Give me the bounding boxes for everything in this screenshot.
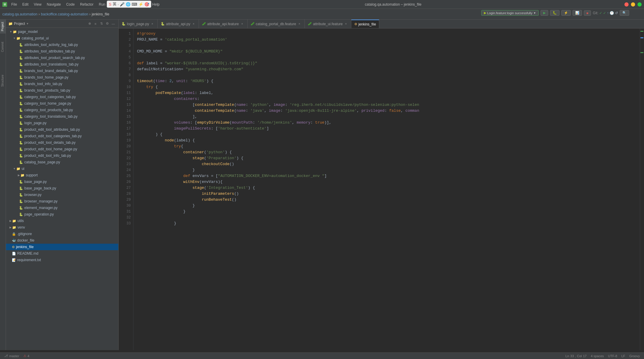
menu-view[interactable]: View xyxy=(31,2,44,7)
tree-item-page-model[interactable]: ▼ 📁 page_model xyxy=(6,28,118,35)
panel-tab-commit[interactable]: Commit xyxy=(0,39,6,54)
ime-keyboard[interactable]: ⌨ xyxy=(132,2,137,7)
tree-item-brands-info[interactable]: 🐍brands_tool_info_tab.py xyxy=(6,81,118,87)
panel-tab-project[interactable]: Project xyxy=(0,20,6,33)
status-encoding[interactable]: UTF-8 xyxy=(606,354,619,358)
tree-item-catalog-portal-ui[interactable]: ▼ 📁 catalog_portal_ui xyxy=(6,35,118,42)
tree-item-page-operation[interactable]: 🐍page_operation.py xyxy=(6,211,118,218)
tree-item-base-page[interactable]: 🐍base_page.py xyxy=(6,178,118,185)
tree-item-attributes-activity[interactable]: 🐍attributes_tool_activity_log_tab.py xyxy=(6,42,118,48)
support-label: support xyxy=(26,173,38,177)
tree-locate-btn[interactable]: ⊕ xyxy=(87,21,92,26)
code-line-4: CMD_MD_HOME = "mkdir ${BUILD_NUMBER}" xyxy=(137,49,640,55)
tab-close-attr-feature[interactable]: × xyxy=(240,22,244,26)
tree-item-login-page[interactable]: 🐍login_page.py xyxy=(6,120,118,126)
search-everywhere[interactable]: 🔍 xyxy=(620,10,629,16)
tab-close-attr-ui[interactable]: × xyxy=(344,22,348,26)
status-warnings[interactable]: ⚠ 4 xyxy=(22,354,31,358)
code-content[interactable]: #!groovy PROJ_NAME = 'catalog_portal_aut… xyxy=(133,28,640,350)
tree-item-category-trans[interactable]: 🐍category_tool_translations_tab.py xyxy=(6,113,118,120)
code-editor[interactable]: 1 2 3 4 5 6 7 8 9 10 11 12 13 14 15 16 1… xyxy=(119,28,644,350)
tree-item-category-home[interactable]: 🐍category_tool_home_page.py xyxy=(6,100,118,107)
tree-item-attributes-attrs[interactable]: 🐍attributes_tool_attributes_tab.py xyxy=(6,48,118,55)
panel-tab-structure-left[interactable]: Structure xyxy=(0,72,6,89)
run-config-arrow[interactable]: ▼ xyxy=(533,12,536,15)
tree-item-product-home[interactable]: 🐍product_edit_tool_home_page.py xyxy=(6,146,118,152)
debug-button[interactable]: 🐛 xyxy=(550,10,559,16)
tree-item-support[interactable]: ▶ 📁 support xyxy=(6,172,118,178)
tree-collapse-btn[interactable]: ≡ xyxy=(93,21,98,26)
breadcrumb-file[interactable]: jenkins_file xyxy=(92,12,109,16)
tree-item-product-details[interactable]: 🐍product_edit_tool_details_tab.py xyxy=(6,139,118,146)
tree-item-requirements[interactable]: 📝 requirement.txt xyxy=(6,257,118,263)
tree-item-venv[interactable]: ▶ 📁 venv xyxy=(6,224,118,231)
project-dropdown[interactable]: ▼ xyxy=(26,22,29,25)
menu-navigate[interactable]: Navigate xyxy=(44,2,63,7)
ime-settings[interactable]: ⚡ xyxy=(138,2,143,7)
tree-item-catalog-base[interactable]: 🐍catalog_base_page.py xyxy=(6,159,118,165)
status-git-branch[interactable]: ⎇ master xyxy=(2,354,21,358)
stop-button[interactable]: ■ xyxy=(584,10,591,16)
status-line-col[interactable]: Ln 33 , Col 17 xyxy=(564,354,588,358)
tab-attribute-feature[interactable]: 🥒 attribute_api.feature × xyxy=(199,20,248,28)
profile-button[interactable]: 📊 xyxy=(573,10,582,16)
tree-item-gitignore[interactable]: 🔒 .gitignore xyxy=(6,231,118,237)
tree-item-product-attrs[interactable]: 🐍product_edit_tool_attributes_tab.py xyxy=(6,126,118,133)
git-revert[interactable]: ↺ xyxy=(615,11,618,15)
tab-close-attr-api[interactable]: × xyxy=(192,22,196,26)
tree-item-brands-products[interactable]: 🐍brands_tool_products_tab.py xyxy=(6,87,118,94)
menu-file[interactable]: File xyxy=(9,2,19,7)
git-history[interactable]: 🕐 xyxy=(610,11,614,15)
status-file-type[interactable]: Groovy xyxy=(628,354,642,358)
tab-jenkins[interactable]: ⚙ jenkins_file xyxy=(351,20,379,28)
status-line-ending[interactable]: LF xyxy=(620,354,627,358)
tree-item-element-manager[interactable]: 🐍element_manager.py xyxy=(6,205,118,211)
ime-extra[interactable]: 🎯 xyxy=(144,2,149,7)
tree-item-ui[interactable]: ▼ 📁 ui xyxy=(6,165,118,172)
breadcrumb-module[interactable]: backoffice.catalog-automation xyxy=(41,12,88,16)
ime-lang[interactable]: 英 xyxy=(113,1,117,7)
menu-refactor[interactable]: Refactor xyxy=(78,2,96,7)
menu-run[interactable]: Run xyxy=(96,2,108,7)
ime-sep1: · xyxy=(118,2,119,7)
minimize-button[interactable] xyxy=(631,2,635,7)
tree-item-attributes-trans[interactable]: 🐍attributes_tool_translations_tab.py xyxy=(6,61,118,68)
menu-edit[interactable]: Edit xyxy=(20,2,31,7)
tab-attr-ui[interactable]: 🥒 attribute_ui.feature × xyxy=(305,20,351,28)
tree-minimize-btn[interactable]: — xyxy=(111,21,116,26)
ime-toolbar[interactable]: S 英 · 🎤 🌐 ⌨ ⚡ 🎯 xyxy=(107,1,151,8)
tree-item-brands-home[interactable]: 🐍brands_tool_home_page.py xyxy=(6,74,118,81)
tree-item-category-products[interactable]: 🐍category_tool_products_tab.py xyxy=(6,107,118,113)
run-config-selector[interactable]: ▶ Login.feature:login successfully ▼ xyxy=(481,10,539,16)
maximize-button[interactable] xyxy=(637,2,642,7)
tree-item-base-page-back[interactable]: 🐍base_page_back.py xyxy=(6,185,118,192)
tab-catalog-db[interactable]: 🥒 catalog_portal_db.feature × xyxy=(248,20,305,28)
menu-help[interactable]: Help xyxy=(150,2,162,7)
tab-close-login[interactable]: × xyxy=(150,22,154,26)
menu-code[interactable]: Code xyxy=(64,2,77,7)
close-button[interactable] xyxy=(624,2,629,7)
coverage-button[interactable]: ⚡ xyxy=(561,10,571,16)
run-button[interactable]: ▶ xyxy=(541,10,548,16)
tree-settings-btn[interactable]: ⚙ xyxy=(105,21,110,26)
tree-item-browser-manager[interactable]: 🐍browser_manager.py xyxy=(6,198,118,205)
tree-item-attributes-product[interactable]: 🐍attributes_tool_product_search_tab.py xyxy=(6,55,118,61)
tab-close-catalog-db[interactable]: × xyxy=(297,22,302,26)
git-up-arrow[interactable]: ↑ xyxy=(607,11,609,15)
tree-item-browser[interactable]: 🐍browser.py xyxy=(6,192,118,198)
tree-item-readme[interactable]: 📄 README.md xyxy=(6,250,118,257)
tree-item-category-cats[interactable]: 🐍category_tool_categories_tab.py xyxy=(6,94,118,100)
tree-item-product-cats[interactable]: 🐍product_edit_tool_categories_tab.py xyxy=(6,133,118,139)
tree-item-docker[interactable]: 🐳 docker_file xyxy=(6,237,118,244)
tab-attribute-api[interactable]: 🐍 attribute_api.py × xyxy=(158,20,199,28)
tree-item-product-info[interactable]: 🐍product_edit_tool_info_tab.py xyxy=(6,152,118,159)
ime-globe[interactable]: 🌐 xyxy=(126,2,130,7)
breadcrumb-project[interactable]: catalog.qa.automation xyxy=(2,12,37,16)
status-indent[interactable]: 4 spaces xyxy=(589,354,605,358)
tab-login-page[interactable]: 🐍 login_page.py × xyxy=(119,20,158,28)
tree-item-utils[interactable]: ▶ 📁 utils xyxy=(6,218,118,224)
tree-item-jenkins[interactable]: ⚙ jenkins_file xyxy=(6,244,118,250)
tree-item-brands-details[interactable]: 🐍brands_tool_brand_details_tab.py xyxy=(6,68,118,74)
tree-sort-btn[interactable]: ⇅ xyxy=(99,21,104,26)
ime-mic[interactable]: 🎤 xyxy=(120,2,125,7)
